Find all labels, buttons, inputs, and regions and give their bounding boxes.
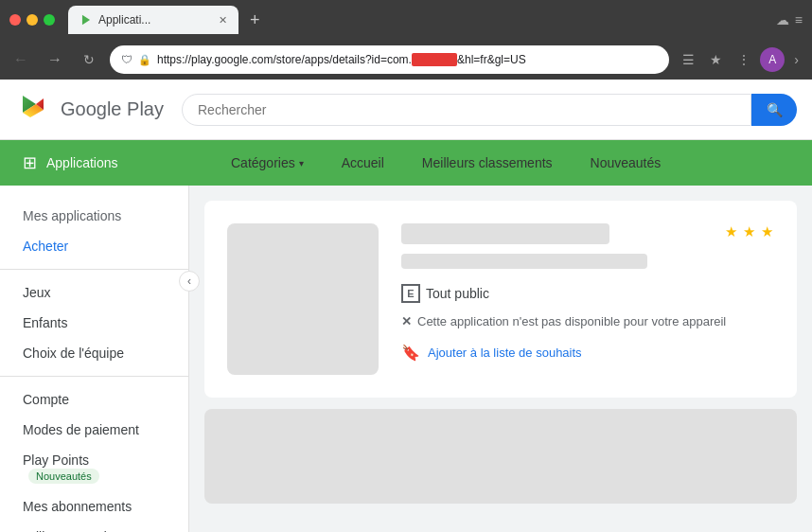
forward-icon: → [47,51,62,68]
rating-stars: ★ ★ ★ [725,223,774,240]
sidebar-item-choix-equipe[interactable]: Choix de l'équipe [0,338,188,368]
meilleurs-classements-nav-link[interactable]: Meilleurs classements [403,142,572,184]
apps-nav-button[interactable]: ⊞ Applications [0,140,189,186]
sidebar-item-play-points[interactable]: Play Points Nouveautés [0,445,188,491]
nouveautes-nav-link[interactable]: Nouveautés [572,142,680,184]
search-bar: 🔍 [182,94,797,126]
browser-tab[interactable]: Applicati... ✕ [68,6,238,34]
app-rating: ★ ★ ★ [725,223,774,240]
window-maximize-button[interactable] [44,14,55,26]
play-logo: Google Play [15,91,167,129]
user-avatar[interactable]: A [760,47,785,72]
tab-favicon-icon [79,13,93,27]
app-age-badge: E Tout public [401,284,774,303]
url-text: https://play.google.com/store/apps/detai… [157,53,658,66]
search-input[interactable] [182,94,751,126]
app-image [227,223,379,375]
play-logo-icon [15,91,53,129]
play-logo-text: Google Play [61,98,164,120]
reading-list-button[interactable]: ☰ [677,48,700,71]
nouveautes-badge: Nouveautés [28,469,99,484]
play-header: Google Play 🔍 [0,80,812,140]
categories-nav-link[interactable]: Catégories ▾ [212,142,323,184]
navigation-bar: ⊞ Applications Catégories ▾ Accueil Meil… [0,140,812,186]
chevron-down-icon: ▾ [299,158,304,168]
app-info: ★ ★ ★ E Tout public ✕ Cette application … [401,223,774,375]
menu-icon: ≡ [795,12,803,27]
add-to-wishlist-button[interactable]: 🔖 Ajouter à la liste de souhaits [401,344,582,362]
app-screenshots-card [204,409,797,504]
security-lock-icon: 🛡 [121,53,132,66]
app-unavailable-message: ✕ Cette application n'est pas disponible… [401,314,774,328]
search-button[interactable]: 🔍 [751,94,797,126]
badge-label: Tout public [426,286,489,301]
sidebar-item-jeux[interactable]: Jeux [0,277,188,308]
address-lock-icon: 🔒 [138,54,151,66]
more-options-button[interactable]: ⋮ [732,48,756,71]
tab-title: Applicati... [98,13,213,27]
sidebar-toggle-button[interactable]: › [788,48,804,71]
content-area: ★ ★ ★ E Tout public ✕ Cette application … [189,186,812,532]
window-minimize-button[interactable] [26,14,38,26]
sidebar-collapse-button[interactable]: ‹ [179,271,200,292]
apps-grid-icon: ⊞ [23,152,37,173]
forward-button[interactable]: → [42,46,68,73]
sidebar-divider [0,269,188,270]
sidebar: Mes applications Acheter Jeux Enfants Ch… [0,186,189,532]
unavailable-x-icon: ✕ [401,314,412,328]
sidebar-item-acheter[interactable]: Acheter [0,231,188,261]
back-icon: ← [13,51,28,68]
collapse-icon: ‹ [187,275,191,288]
app-developer-placeholder [401,254,647,269]
new-tab-button[interactable]: + [244,7,266,34]
bookmark-button[interactable]: ★ [704,48,728,71]
reload-icon: ↻ [83,52,95,67]
sidebar-item-mes-abonnements[interactable]: Mes abonnements [0,491,188,522]
cloud-icon: ☁ [776,12,789,27]
app-name-placeholder [401,223,609,244]
apps-label: Applications [46,155,118,170]
window-close-button[interactable] [9,14,21,26]
tab-close-button[interactable]: ✕ [219,14,227,27]
back-button[interactable]: ← [8,46,34,73]
sidebar-section-title: Mes applications [0,201,188,231]
sidebar-item-compte[interactable]: Compte [0,384,188,415]
badge-e-icon: E [401,284,420,303]
nav-links-container: Catégories ▾ Accueil Meilleurs classemen… [189,142,812,184]
svg-marker-0 [82,15,90,26]
app-card: ★ ★ ★ E Tout public ✕ Cette application … [204,201,797,398]
sidebar-item-utiliser-code[interactable]: Utiliser un code [0,522,188,532]
accueil-nav-link[interactable]: Accueil [323,142,403,184]
sidebar-item-modes-paiement[interactable]: Modes de paiement [0,415,188,445]
sidebar-item-enfants[interactable]: Enfants [0,308,188,338]
address-bar: 🛡 🔒 https://play.google.com/store/apps/d… [110,45,669,74]
bookmark-icon: 🔖 [401,344,420,362]
reload-button[interactable]: ↻ [76,46,102,73]
search-icon: 🔍 [767,102,783,117]
sidebar-divider-2 [0,376,188,377]
url-redacted: XXXXXX [412,53,457,66]
